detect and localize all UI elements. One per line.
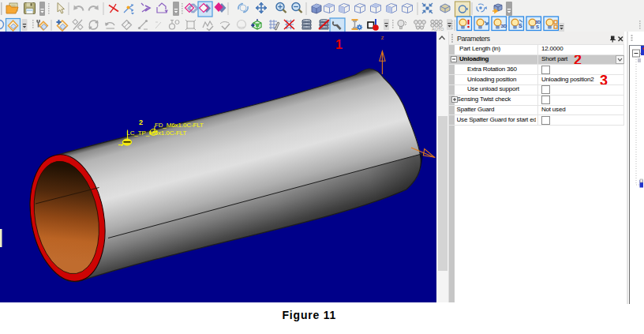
- svg-text:1: 1: [335, 38, 343, 51]
- svg-text:3D: 3D: [501, 24, 507, 28]
- svg-text:2: 2: [139, 118, 143, 126]
- svg-text:FD_M6x1.0C-FLT: FD_M6x1.0C-FLT: [155, 122, 204, 129]
- svg-text:S: S: [519, 23, 522, 28]
- svg-text:z: z: [381, 34, 384, 41]
- svg-text:S: S: [536, 24, 539, 29]
